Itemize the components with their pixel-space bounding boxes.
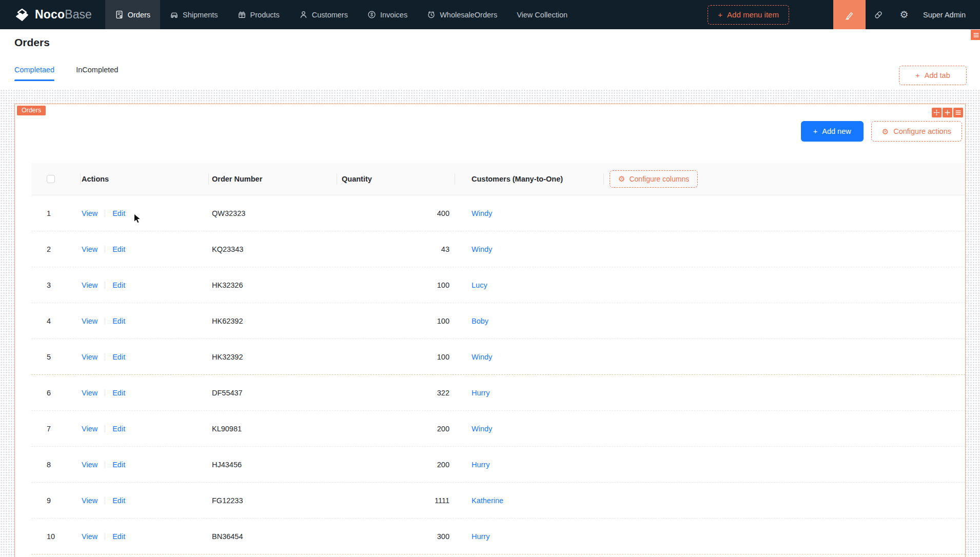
row-index: 5 <box>47 353 51 361</box>
edit-link[interactable]: Edit <box>112 389 125 397</box>
edit-link[interactable]: Edit <box>112 209 125 217</box>
ui-editor-button[interactable] <box>833 0 866 29</box>
view-link[interactable]: View <box>82 281 97 289</box>
menu-lines-icon <box>973 32 979 38</box>
action-divider <box>105 533 105 540</box>
block-drag-button[interactable] <box>932 108 942 117</box>
order-number-cell: KL90981 <box>208 411 337 446</box>
nav-item-orders[interactable]: Orders <box>105 0 160 29</box>
edit-link[interactable]: Edit <box>112 461 125 469</box>
row-index: 2 <box>47 245 51 253</box>
edit-link[interactable]: Edit <box>112 353 125 361</box>
nav-item-products[interactable]: Products <box>228 0 289 29</box>
nav-item-label: Customers <box>312 11 348 19</box>
header-order-number: Order Number <box>208 163 337 195</box>
block-add-button[interactable] <box>943 108 952 117</box>
view-link[interactable]: View <box>82 461 97 469</box>
invoices-icon <box>367 10 376 19</box>
shipments-icon <box>170 10 179 19</box>
order-number-cell: BN36454 <box>208 519 337 554</box>
quantity-cell: 1111 <box>337 483 455 518</box>
action-divider <box>105 246 105 253</box>
table-row: 7 ViewEdit KL90981 200 Windy <box>31 411 965 447</box>
view-link[interactable]: View <box>82 389 97 397</box>
quantity-cell: 100 <box>337 339 455 374</box>
configure-columns-button[interactable]: ⚙ Configure columns <box>610 170 698 188</box>
add-tab-button[interactable]: + Add tab <box>899 66 967 85</box>
customer-link[interactable]: Windy <box>472 209 492 217</box>
block-designer-controls <box>932 108 963 117</box>
customer-link[interactable]: Hurry <box>472 461 489 469</box>
logo-text-base: Base <box>65 8 91 22</box>
customer-link[interactable]: Katherine <box>472 496 503 505</box>
nocobase-logo[interactable]: NocoBase <box>0 0 105 29</box>
view-link[interactable]: View <box>82 425 97 433</box>
customer-link[interactable]: Lucy <box>472 281 487 289</box>
add-menu-item-button[interactable]: + Add menu item <box>708 5 789 25</box>
quantity-cell: 100 <box>337 303 455 339</box>
action-divider <box>105 461 105 468</box>
orders-table: Actions Order Number Quantity Customers … <box>31 163 965 554</box>
quantity-cell: 322 <box>337 375 455 410</box>
table-row: 2 ViewEdit KQ23343 43 Windy <box>31 231 965 267</box>
customer-link[interactable]: Windy <box>472 245 492 253</box>
view-link[interactable]: View <box>82 209 97 217</box>
select-all-checkbox[interactable] <box>47 175 55 183</box>
row-index: 10 <box>47 532 55 541</box>
view-link[interactable]: View <box>82 353 97 361</box>
quantity-cell: 43 <box>337 231 455 267</box>
block-menu-button[interactable] <box>953 108 963 117</box>
action-divider <box>105 425 105 432</box>
nav-item-wholesale-orders[interactable]: WholesaleOrders <box>417 0 507 29</box>
edit-link[interactable]: Edit <box>112 532 125 541</box>
header-select-cell <box>31 163 80 195</box>
action-divider <box>105 389 105 396</box>
view-link[interactable]: View <box>82 532 97 541</box>
quantity-cell: 400 <box>337 195 455 231</box>
view-link[interactable]: View <box>82 496 97 505</box>
configure-actions-button[interactable]: ⚙ Configure actions <box>871 121 962 142</box>
view-link[interactable]: View <box>82 317 97 325</box>
configure-actions-label: Configure actions <box>893 127 951 135</box>
nav-item-customers[interactable]: Customers <box>289 0 358 29</box>
edit-link[interactable]: Edit <box>112 496 125 505</box>
tab-incompleted[interactable]: InCompleted <box>76 66 118 81</box>
row-index: 8 <box>47 461 51 469</box>
action-divider <box>105 317 105 325</box>
edit-link[interactable]: Edit <box>112 281 125 289</box>
customer-link[interactable]: Windy <box>472 353 492 361</box>
header-quantity: Quantity <box>337 163 455 195</box>
user-menu[interactable]: Super Admin <box>917 11 980 19</box>
edit-link[interactable]: Edit <box>112 245 125 253</box>
page-designer-menu-button[interactable] <box>971 30 980 40</box>
table-row: 9 ViewEdit FG12233 1111 Katherine <box>31 483 965 519</box>
settings-button[interactable]: ⚙ <box>891 0 917 29</box>
action-divider <box>105 282 105 289</box>
customer-link[interactable]: Boby <box>472 317 488 325</box>
block-collection-badge[interactable]: Orders <box>17 106 46 115</box>
ui-editor-icon <box>844 10 854 20</box>
edit-link[interactable]: Edit <box>112 425 125 433</box>
nav-item-invoices[interactable]: Invoices <box>358 0 417 29</box>
plugin-manager-button[interactable] <box>866 0 891 29</box>
customer-link[interactable]: Hurry <box>472 389 489 397</box>
nav-item-shipments[interactable]: Shipments <box>160 0 228 29</box>
nav-item-view-collection[interactable]: View Collection <box>507 0 577 29</box>
nav-item-label: Products <box>250 11 280 19</box>
order-number-cell: HJ43456 <box>208 447 337 482</box>
edit-link[interactable]: Edit <box>112 317 125 325</box>
add-new-button[interactable]: + Add new <box>801 121 864 142</box>
page-tabs: Completaed InCompleted <box>14 66 118 81</box>
table-row: 10 ViewEdit BN36454 300 Hurry <box>31 519 965 554</box>
tab-completaed[interactable]: Completaed <box>14 66 54 81</box>
customer-link[interactable]: Windy <box>472 425 492 433</box>
nav-item-label: Orders <box>128 11 150 19</box>
order-number-cell: FG12233 <box>208 483 337 518</box>
view-link[interactable]: View <box>82 245 97 253</box>
order-number-cell: DF55437 <box>208 375 337 410</box>
plus-icon <box>944 109 951 116</box>
nav-menu: Orders Shipments Products Customers <box>105 0 577 29</box>
customer-link[interactable]: Hurry <box>472 532 489 541</box>
action-divider <box>105 497 105 504</box>
add-new-label: Add new <box>822 127 851 135</box>
